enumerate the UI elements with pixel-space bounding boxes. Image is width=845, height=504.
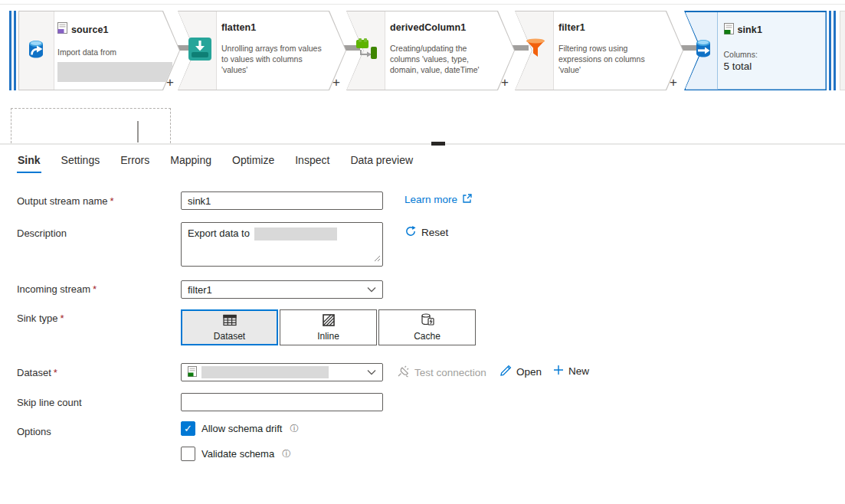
node-title: sink1: [738, 25, 762, 35]
panel-tabbar: Sink Settings Errors Mapping Optimize In…: [17, 152, 414, 173]
required-asterisk: *: [54, 367, 57, 378]
add-transformation-button[interactable]: +: [332, 75, 340, 90]
dataset-select[interactable]: [181, 363, 383, 381]
validate-schema-row: Validate schema ⓘ: [181, 447, 290, 461]
sink-settings-panel: Sink Settings Errors Mapping Optimize In…: [0, 145, 845, 504]
dataset-label: Dataset*: [17, 367, 57, 378]
required-asterisk: *: [60, 313, 64, 324]
add-transformation-button[interactable]: +: [166, 75, 174, 90]
allow-schema-drift-label: Allow schema drift: [201, 423, 282, 434]
allow-schema-drift-checkbox[interactable]: ✓: [181, 421, 195, 436]
reset-button[interactable]: Reset: [404, 225, 448, 240]
description-label: Description: [17, 227, 67, 239]
tab-data-preview[interactable]: Data preview: [349, 152, 414, 173]
check-icon: ✓: [184, 423, 192, 434]
info-icon[interactable]: ⓘ: [282, 448, 290, 460]
pencil-icon: [499, 365, 512, 379]
sink-type-inline-button[interactable]: Inline: [280, 309, 377, 345]
output-stream-name-input[interactable]: sink1: [181, 191, 383, 210]
redacted-dataset-name: [57, 62, 172, 82]
tab-inspect[interactable]: Inspect: [294, 152, 330, 173]
required-asterisk: *: [93, 283, 97, 295]
node-label-edit-box[interactable]: [11, 108, 171, 143]
sink-type-label: Sink type*: [17, 313, 64, 324]
stream-end-marker: [829, 11, 831, 90]
add-transformation-button[interactable]: +: [670, 75, 677, 90]
description-textarea[interactable]: Export data to: [181, 222, 383, 267]
dataset-table-icon: [222, 314, 237, 329]
allow-schema-drift-row: ✓ Allow schema drift ⓘ: [181, 421, 298, 436]
learn-more-label: Learn more: [404, 194, 457, 205]
info-icon[interactable]: ⓘ: [290, 423, 298, 434]
skip-line-count-label: Skip line count: [17, 397, 82, 408]
inline-hatched-square-icon: [322, 314, 336, 329]
stream-end-marker: [834, 11, 836, 90]
sink-columns-label: Columns:: [724, 50, 803, 59]
skip-line-count-input[interactable]: [181, 393, 383, 411]
dataset-doc-icon: [188, 366, 197, 379]
dataflow-canvas[interactable]: source1 Import data from + flatten1 Unro…: [0, 0, 845, 144]
sink-type-option-label: Dataset: [214, 331, 245, 342]
chevron-down-icon: [367, 286, 376, 293]
redacted-description-target: [254, 227, 337, 241]
description-text: Export data to: [188, 227, 250, 239]
stream-start-marker: [14, 11, 16, 90]
source-database-icon: [25, 38, 47, 61]
node-description: Filtering rows using expressions on colu…: [558, 44, 660, 76]
tab-sink[interactable]: Sink: [17, 152, 41, 173]
canvas-top-border: [0, 4, 845, 5]
node-description: Unrolling arrays from values to values w…: [221, 44, 323, 76]
test-connection-label: Test connection: [414, 367, 486, 378]
cache-database-icon: [420, 313, 435, 329]
add-transformation-button[interactable]: +: [501, 75, 509, 90]
output-stream-name-value: sink1: [188, 195, 211, 207]
incoming-stream-value: filter1: [188, 284, 212, 296]
node-description: Creating/updating the columns 'values, t…: [390, 44, 491, 76]
sink-type-cache-button[interactable]: Cache: [378, 309, 476, 345]
plug-icon: [397, 365, 410, 380]
node-title: flatten1: [221, 22, 256, 33]
validate-schema-label: Validate schema: [201, 448, 274, 460]
required-asterisk: *: [110, 195, 114, 207]
incoming-stream-label: Incoming stream*: [17, 283, 97, 295]
chevron-down-icon: [367, 369, 376, 375]
tab-mapping[interactable]: Mapping: [169, 152, 212, 173]
derived-column-icon: [355, 38, 378, 61]
incoming-stream-select[interactable]: filter1: [181, 280, 383, 299]
node-title: derivedColumn1: [390, 22, 466, 33]
sink-type-button-group: Dataset Inline Cache: [181, 309, 476, 345]
flatten-icon: [188, 38, 211, 61]
output-stream-name-label: Output stream name*: [17, 195, 114, 207]
test-connection-button[interactable]: Test connection: [397, 365, 486, 380]
textarea-resize-grip[interactable]: [374, 253, 381, 264]
sink-columns-count: 5 total: [724, 61, 803, 72]
tab-errors[interactable]: Errors: [120, 152, 150, 173]
reset-label: Reset: [421, 227, 448, 238]
validate-schema-checkbox[interactable]: [181, 447, 195, 461]
filter-funnel-icon: [524, 38, 547, 61]
external-link-icon: [462, 193, 473, 206]
redacted-dataset-value: [201, 366, 329, 378]
panel-divider: [0, 143, 845, 145]
open-label: Open: [516, 366, 542, 378]
tab-settings[interactable]: Settings: [61, 152, 101, 173]
new-label: New: [568, 365, 589, 377]
panel-resize-handle[interactable]: [431, 142, 445, 146]
learn-more-link[interactable]: Learn more: [404, 193, 473, 206]
text-cursor: [137, 121, 139, 142]
sink-dataset-doc-icon: [724, 23, 734, 38]
node-title: filter1: [558, 22, 585, 33]
sink-type-option-label: Cache: [414, 331, 441, 342]
reset-icon: [404, 225, 417, 240]
options-label: Options: [17, 426, 51, 437]
sink-type-dataset-button[interactable]: Dataset: [181, 309, 278, 345]
canvas-edge-element: [840, 11, 845, 90]
node-title: source1: [71, 25, 109, 35]
new-dataset-button[interactable]: New: [553, 365, 589, 378]
dataflow-editor: source1 Import data from + flatten1 Unro…: [0, 0, 845, 504]
source-dataset-doc-icon: [57, 22, 67, 37]
plus-icon: [553, 365, 564, 378]
open-dataset-button[interactable]: Open: [499, 365, 542, 379]
node-description: Import data from: [57, 47, 156, 58]
tab-optimize[interactable]: Optimize: [231, 152, 275, 173]
